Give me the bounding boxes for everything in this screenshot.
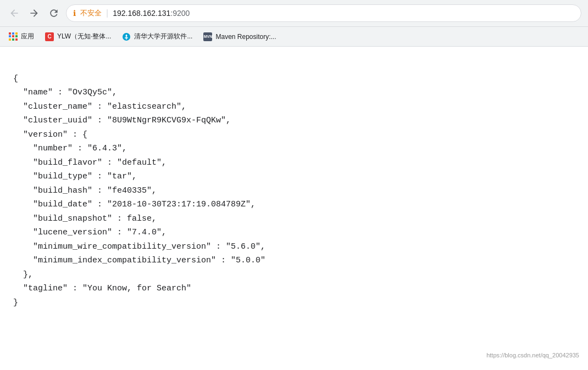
json-line-17: } — [13, 298, 18, 307]
watermark: https://blog.csdn.net/qq_20042935 — [486, 352, 579, 358]
tsinghua-icon — [122, 32, 131, 41]
bookmark-maven[interactable]: MVN Maven Repository:... — [199, 30, 280, 43]
json-line-9: "build_hash" : "fe40335", — [13, 186, 157, 195]
json-line-12: "lucene_version" : "7.4.0", — [13, 228, 167, 237]
back-button[interactable] — [7, 5, 22, 21]
address-bar[interactable]: ℹ 不安全 | 192.168.162.131:9200 — [66, 4, 581, 22]
ylw-icon: C — [45, 32, 54, 41]
bookmark-tsinghua-label: 清华大学开源软件... — [134, 32, 192, 41]
json-line-5: "version" : { — [13, 130, 87, 139]
refresh-button[interactable] — [46, 5, 62, 21]
json-display: { "name" : "Ov3Qy5c", "cluster_name" : "… — [13, 58, 575, 324]
url-text: 192.168.162.131:9200 — [113, 9, 190, 18]
security-icon: ℹ — [73, 9, 76, 18]
json-line-2: "name" : "Ov3Qy5c", — [13, 88, 117, 97]
json-line-8: "build_type" : "tar", — [13, 172, 137, 181]
bookmark-maven-label: Maven Repository:... — [215, 33, 276, 41]
bookmark-ylw-label: YLW（无知·整体... — [57, 32, 111, 41]
json-line-4: "cluster_uuid" : "8U9WtNgrR9KCVG9x-FqQKw… — [13, 116, 231, 125]
bookmark-apps[interactable]: 应用 — [4, 30, 38, 43]
bookmark-tsinghua[interactable]: 清华大学开源软件... — [118, 30, 197, 43]
bookmarks-bar: 应用 C YLW（无知·整体... 清华大学开源软件... MVN Maven … — [0, 26, 588, 46]
json-line-13: "minimum_wire_compatibility_version" : "… — [13, 242, 265, 251]
json-line-11: "build_snapshot" : false, — [13, 214, 157, 223]
nav-bar: ℹ 不安全 | 192.168.162.131:9200 — [0, 0, 588, 26]
forward-button[interactable] — [26, 5, 42, 21]
json-line-15: }, — [13, 270, 33, 279]
page-content: { "name" : "Ov3Qy5c", "cluster_name" : "… — [0, 47, 588, 365]
bookmark-apps-label: 应用 — [21, 32, 34, 41]
json-line-16: "tagline" : "You Know, for Search" — [13, 284, 191, 293]
browser-chrome: ℹ 不安全 | 192.168.162.131:9200 应用 — [0, 0, 588, 47]
url-separator: | — [106, 8, 108, 18]
json-line-3: "cluster_name" : "elasticsearch", — [13, 102, 186, 111]
maven-icon: MVN — [203, 32, 212, 41]
json-line-6: "number" : "6.4.3", — [13, 144, 127, 153]
apps-icon — [9, 32, 18, 41]
json-line-10: "build_date" : "2018-10-30T23:17:19.0847… — [13, 200, 256, 209]
json-line-14: "minimum_index_compatibility_version" : … — [13, 256, 265, 265]
url-port: :9200 — [170, 9, 190, 18]
url-host: 192.168.162.131 — [113, 9, 170, 18]
bookmark-ylw[interactable]: C YLW（无知·整体... — [41, 30, 115, 43]
json-line-1: { — [13, 74, 18, 83]
json-line-7: "build_flavor" : "default", — [13, 158, 167, 167]
security-text: 不安全 — [80, 8, 102, 18]
